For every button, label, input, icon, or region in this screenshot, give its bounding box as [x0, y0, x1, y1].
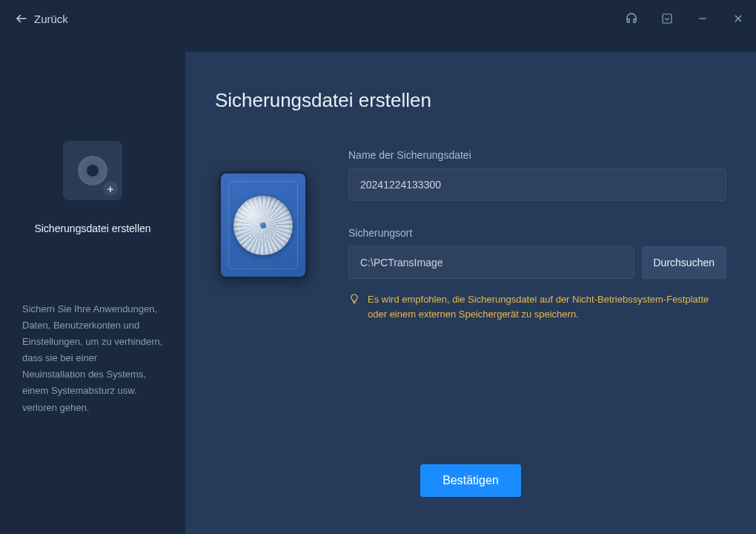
sidebar-top: + Sicherungsdatei erstellen: [22, 141, 163, 234]
backup-name-group: Name der Sicherungsdatei: [348, 149, 726, 201]
location-hint: Es wird empfohlen, die Sicherungsdatei a…: [348, 292, 726, 321]
location-hint-text: Es wird empfohlen, die Sicherungsdatei a…: [368, 292, 726, 321]
confirm-row: Bestätigen: [215, 464, 726, 512]
disc-icon: [233, 196, 293, 255]
confirm-button[interactable]: Bestätigen: [420, 464, 521, 497]
create-backup-icon: +: [63, 141, 122, 200]
visual-column: [215, 149, 311, 347]
backup-location-group: Sicherungsort Durchsuchen Es wird empfoh…: [348, 227, 726, 321]
support-icon[interactable]: [621, 8, 642, 29]
lightbulb-icon: [348, 293, 360, 321]
page-title: Sicherungsdatei erstellen: [215, 89, 726, 112]
disc-icon: [78, 156, 107, 185]
back-arrow-icon: [15, 12, 28, 25]
backup-disc-illustration: [219, 171, 308, 279]
sidebar-description: Sichern Sie Ihre Anwendungen, Daten, Ben…: [22, 301, 163, 416]
back-label: Zurück: [34, 13, 68, 25]
minimize-icon[interactable]: [692, 8, 713, 29]
app-window: Zurück + Sicherungsdatei er: [0, 0, 756, 534]
backup-name-input[interactable]: [348, 168, 726, 201]
sidebar-title: Sicherungsdatei erstellen: [22, 222, 163, 234]
browse-button[interactable]: Durchsuchen: [642, 246, 727, 279]
body: + Sicherungsdatei erstellen Sichern Sie …: [0, 37, 756, 534]
back-button[interactable]: Zurück: [15, 12, 68, 25]
form-area: Name der Sicherungsdatei Sicherungsort D…: [215, 149, 726, 347]
backup-path-input[interactable]: [348, 246, 634, 279]
sidebar: + Sicherungsdatei erstellen Sichern Sie …: [0, 37, 185, 534]
close-icon[interactable]: [728, 8, 749, 29]
svg-rect-1: [663, 14, 672, 23]
window-controls: [621, 8, 749, 29]
backup-path-row: Durchsuchen: [348, 246, 726, 279]
backup-location-label: Sicherungsort: [348, 227, 726, 239]
fields-column: Name der Sicherungsdatei Sicherungsort D…: [348, 149, 726, 347]
plus-badge-icon: +: [103, 181, 118, 196]
main-panel: Sicherungsdatei erstellen Name der Siche…: [185, 52, 756, 534]
dropdown-menu-icon[interactable]: [657, 8, 677, 29]
title-bar: Zurück: [0, 0, 756, 37]
backup-name-label: Name der Sicherungsdatei: [348, 149, 726, 161]
